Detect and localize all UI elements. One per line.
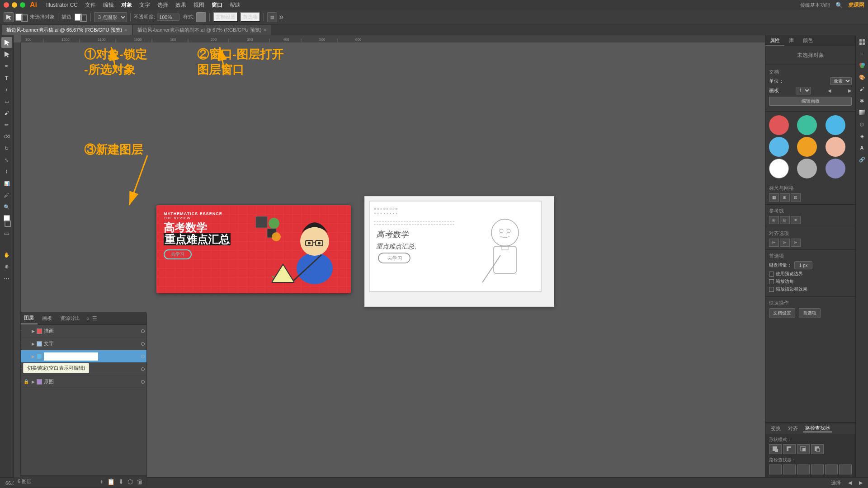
layer-row-4[interactable]: 👁 🔒 ▶ 原图 <box>14 375 146 388</box>
menu-view[interactable]: 视图 <box>193 1 204 9</box>
shape-minus-btn[interactable] <box>783 444 796 454</box>
swatch-cyan[interactable] <box>769 137 789 157</box>
layers-menu-btn[interactable]: ☰ <box>92 315 97 322</box>
doc-settings-toolbar-btn[interactable]: 文档设置 <box>213 12 238 22</box>
edit-artboard-btn[interactable]: 编辑画板 <box>769 97 852 106</box>
pf-btn-1[interactable] <box>769 465 782 474</box>
unit-select[interactable]: 像素 <box>830 77 852 85</box>
ri-appearance-icon[interactable]: ◈ <box>857 131 867 141</box>
scale-effects-checkbox[interactable] <box>769 287 774 292</box>
prefs-qa-btn[interactable]: 首选项 <box>799 308 821 318</box>
snap-bounds-checkbox[interactable] <box>769 272 774 277</box>
swatch-purplegray[interactable] <box>826 159 845 178</box>
menu-text[interactable]: 文字 <box>139 1 150 9</box>
layer-expand-1[interactable]: ▶ <box>30 341 36 347</box>
layer-expand-4[interactable]: ▶ <box>30 379 36 385</box>
artboard-prev[interactable]: ◀ <box>828 88 831 93</box>
layer-lock-0[interactable] <box>23 328 29 334</box>
ri-gradient-icon[interactable] <box>857 108 867 117</box>
direct-selection-tool[interactable] <box>1 49 12 60</box>
guide-btn-1[interactable]: ⊞ <box>769 216 779 224</box>
shape-unite-btn[interactable] <box>769 444 782 454</box>
artboard-nav-prev[interactable]: ◀ <box>848 480 852 486</box>
shape-intersect-btn[interactable] <box>797 444 810 454</box>
pencil-tool[interactable]: ✏ <box>1 119 12 130</box>
minimize-button[interactable] <box>12 2 17 8</box>
ruler-btn-2[interactable]: ⊞ <box>780 193 790 202</box>
rotate-tool[interactable]: ↻ <box>1 143 12 154</box>
scale-tool[interactable]: ⤡ <box>1 155 12 165</box>
layers-tab-export[interactable]: 资源导出 <box>57 312 84 324</box>
stroke-type-select[interactable]: 3 点圆形 <box>94 12 127 22</box>
duplicate-layer-btn[interactable]: ⬡ <box>127 478 133 485</box>
pf-btn-2[interactable] <box>783 465 796 474</box>
doc-settings-qa-btn[interactable]: 文档设置 <box>769 308 795 318</box>
zoom-tool[interactable]: 🔍 <box>1 202 12 212</box>
line-tool[interactable]: / <box>1 84 12 95</box>
menu-effects[interactable]: 效果 <box>175 1 186 9</box>
extra-tools[interactable]: ⋯ <box>1 273 12 284</box>
layer-row-1[interactable]: 👁 ▶ 文字 <box>14 338 146 350</box>
brush-tool[interactable]: 🖌 <box>1 108 12 118</box>
ri-transparency-icon[interactable]: ⬡ <box>857 119 867 129</box>
fullscreen-button[interactable] <box>20 2 25 8</box>
rect-tool[interactable]: ▭ <box>1 96 12 107</box>
menu-illustrator-cc[interactable]: Illustrator CC <box>46 2 78 8</box>
swatch-peach[interactable] <box>826 137 845 157</box>
swatch-orange[interactable] <box>797 137 817 157</box>
ri-properties-icon[interactable] <box>857 37 867 47</box>
align-btn-3[interactable]: ⊫ <box>791 239 801 247</box>
menu-file[interactable]: 文件 <box>85 1 96 9</box>
layer-lock-4[interactable]: 🔒 <box>23 379 29 385</box>
menu-edit[interactable]: 编辑 <box>103 1 114 9</box>
keyboard-inc-input[interactable] <box>794 261 812 269</box>
layer-expand-2[interactable]: ▶ <box>30 354 36 359</box>
layer-row-0[interactable]: 👁 ▶ 描画 <box>14 325 146 338</box>
move-to-layer-btn[interactable]: 📋 <box>107 478 115 485</box>
layer-name-input-2[interactable] <box>44 352 98 361</box>
delete-layer-btn[interactable]: 🗑 <box>137 478 143 485</box>
ruler-btn-1[interactable]: ▦ <box>769 193 779 202</box>
tab-0[interactable]: 插边风-banner演示稿.ai @ 66.67% (RGB/GPU 预览) ✕ <box>2 25 132 35</box>
pf-btn-5[interactable] <box>825 465 838 474</box>
fill-stroke-area[interactable] <box>15 13 28 22</box>
new-layer-btn[interactable]: + <box>100 478 104 485</box>
tab-1-close[interactable]: ✕ <box>263 28 267 33</box>
layer-lock-1[interactable] <box>23 341 29 347</box>
stroke-swatch[interactable] <box>5 221 11 227</box>
stroke-controls[interactable] <box>75 13 87 22</box>
ri-links-icon[interactable]: 🔗 <box>857 155 867 164</box>
graph-tool[interactable]: 📊 <box>1 178 12 189</box>
align-btn-1[interactable]: ⊨ <box>769 239 779 247</box>
swatch-teal[interactable] <box>797 115 817 135</box>
layer-row-2[interactable]: 👁 ▶ 切换锁定(空白表示可编辑) <box>14 350 146 363</box>
ruler-btn-3[interactable]: ⊡ <box>791 193 801 202</box>
artboard-nav-next[interactable]: ▶ <box>859 480 863 486</box>
swatch-lightblue[interactable] <box>826 115 845 135</box>
artboard-select[interactable]: 1 <box>796 87 811 94</box>
ri-symbol-icon[interactable]: ✱ <box>857 96 867 106</box>
ri-layers-icon[interactable]: ≡ <box>857 49 867 59</box>
ri-brush-icon[interactable]: 🖌 <box>857 84 867 94</box>
tab-0-close[interactable]: ✕ <box>124 28 127 33</box>
menu-object[interactable]: 对象 <box>121 1 132 9</box>
layer-expand-0[interactable]: ▶ <box>30 328 36 334</box>
bp-tab-transform[interactable]: 变换 <box>769 425 783 432</box>
tab-1[interactable]: 插边风-banner演示稿的副本.ai @ 67% (RGB/GPU 预览) ✕ <box>133 25 271 35</box>
bp-tab-pathfinder[interactable]: 路径查找器 <box>803 425 832 432</box>
menu-window[interactable]: 窗口 <box>212 1 222 9</box>
close-button[interactable] <box>4 2 9 8</box>
swatch-gray[interactable] <box>797 159 817 178</box>
ri-swatches-icon[interactable]: 🎨 <box>857 72 867 82</box>
pf-btn-4[interactable] <box>811 465 824 474</box>
hand-tool[interactable]: ✋ <box>1 249 12 260</box>
arrange-btn[interactable]: ▤ <box>267 12 277 22</box>
corner-checkbox[interactable] <box>769 279 774 284</box>
rp-tab-properties[interactable]: 属性 <box>765 35 784 46</box>
menu-help[interactable]: 帮助 <box>230 1 241 9</box>
guide-btn-2[interactable]: ⊟ <box>780 216 790 224</box>
shape-exclude-btn[interactable] <box>811 444 824 454</box>
ri-char-styles-icon[interactable]: A <box>857 143 867 153</box>
eraser-tool[interactable]: ⌫ <box>1 131 12 142</box>
layers-tab-artboards[interactable]: 画板 <box>38 312 56 324</box>
